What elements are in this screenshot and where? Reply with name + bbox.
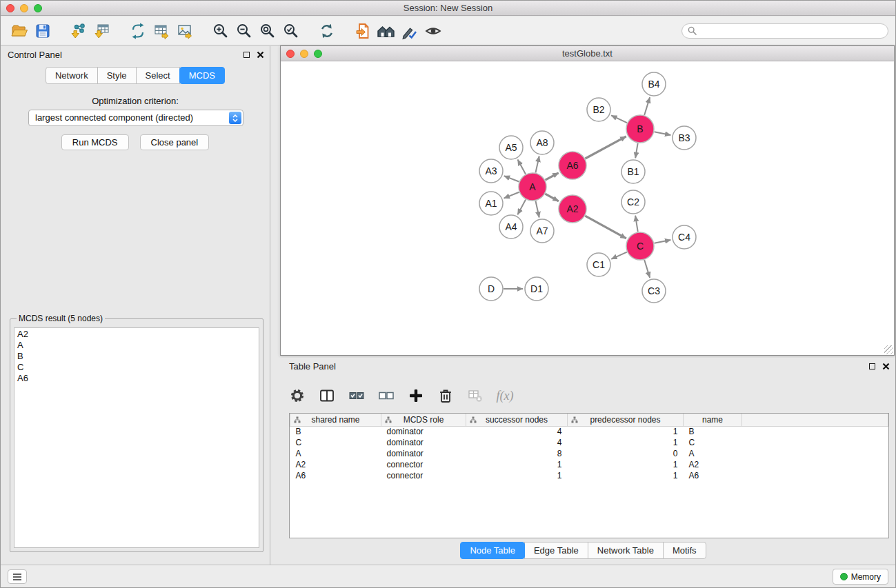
network-close-button[interactable] — [286, 50, 295, 58]
zoom-fit-button[interactable] — [256, 19, 279, 43]
table-row[interactable]: Adominator 80 A — [290, 448, 888, 459]
tab-select[interactable]: Select — [136, 67, 180, 84]
table-settings-button[interactable] — [288, 386, 307, 405]
close-panel-button[interactable]: Close panel — [140, 134, 210, 150]
run-mcds-button[interactable]: Run MCDS — [61, 134, 129, 150]
graph-edge-A-A7[interactable] — [535, 201, 539, 218]
graph-edge-A6-B[interactable] — [585, 136, 626, 159]
mcds-result-list[interactable]: A2 A B C A6 — [14, 327, 259, 548]
graph-edge-A2-C[interactable] — [585, 216, 626, 239]
tab-style[interactable]: Style — [97, 67, 137, 84]
export-document-button[interactable] — [351, 19, 375, 43]
zoom-selected-icon — [282, 22, 300, 40]
trash-icon — [437, 387, 454, 404]
graph-edge-A-A3[interactable] — [504, 176, 519, 181]
tab-network-table[interactable]: Network Table — [588, 542, 664, 559]
zoom-window-button[interactable] — [34, 4, 42, 12]
minimize-window-button[interactable] — [20, 4, 28, 12]
graph-node-label: A3 — [485, 165, 497, 176]
graph-edge-B-B2[interactable] — [611, 115, 627, 123]
tab-network[interactable]: Network — [46, 67, 98, 84]
column-header-mcds-role[interactable]: MCDS role — [381, 414, 466, 426]
graph-edge-A-A6[interactable] — [546, 173, 559, 180]
import-table-icon — [93, 22, 111, 40]
graph-edge-B-B3[interactable] — [655, 132, 671, 135]
graph-edge-A-A2[interactable] — [545, 194, 558, 201]
style-brush-icon — [401, 22, 419, 40]
mcds-result-fieldset: MCDS result (5 nodes) A2 A B C A6 — [10, 314, 263, 552]
float-table-panel-icon[interactable] — [869, 363, 875, 369]
network-zoom-button[interactable] — [314, 50, 322, 58]
mcds-result-item[interactable]: C — [17, 362, 256, 373]
column-header-name[interactable]: name — [684, 414, 742, 426]
network-window-titlebar[interactable]: testGlobe.txt — [281, 46, 894, 61]
table-row[interactable]: Bdominator 41 B — [290, 426, 888, 437]
graph-node-label: B3 — [678, 132, 690, 143]
deselect-all-rows-button[interactable] — [377, 386, 396, 405]
table-row[interactable]: Cdominator 41 C — [290, 437, 888, 448]
export-table-button[interactable] — [150, 19, 173, 43]
float-panel-icon[interactable] — [243, 52, 250, 58]
mcds-result-item[interactable]: A6 — [17, 373, 256, 384]
zoom-selected-button[interactable] — [279, 19, 303, 43]
mcds-result-item[interactable]: A2 — [17, 329, 256, 340]
add-column-button[interactable] — [406, 386, 426, 405]
refresh-button[interactable] — [315, 19, 339, 43]
zoom-fit-icon — [259, 22, 277, 40]
tab-edge-table[interactable]: Edge Table — [524, 542, 588, 559]
tab-node-table[interactable]: Node Table — [460, 542, 525, 559]
tab-motifs[interactable]: Motifs — [663, 542, 706, 559]
network-minimize-button[interactable] — [300, 50, 308, 58]
deselect-all-icon — [378, 387, 395, 404]
graph-edge-C-C4[interactable] — [655, 240, 671, 243]
mcds-result-item[interactable]: B — [17, 351, 256, 362]
task-history-button[interactable] — [8, 569, 27, 584]
close-table-panel-icon[interactable] — [882, 363, 890, 370]
table-row[interactable]: A6connector 11 A6 — [290, 470, 888, 481]
window-resize-handle[interactable] — [884, 345, 893, 354]
home-button[interactable] — [375, 19, 398, 43]
tab-mcds[interactable]: MCDS — [179, 67, 225, 84]
delete-column-button[interactable] — [436, 386, 455, 405]
graph-edge-C-C2[interactable] — [635, 216, 638, 232]
search-input[interactable] — [699, 26, 882, 36]
graph-edge-A-A4[interactable] — [517, 200, 526, 215]
function-builder-button-disabled: f(x) — [495, 386, 515, 405]
column-header-predecessor-nodes[interactable]: predecessor nodes — [568, 414, 684, 426]
export-image-button[interactable] — [173, 19, 197, 43]
network-graph[interactable]: B4B2BB3A5A8A6B1A3AC2A1A2A4A7C4CC1C3DD1 — [281, 62, 894, 355]
open-session-button[interactable] — [8, 19, 31, 43]
table-row[interactable]: A2connector 11 A2 — [290, 459, 888, 470]
graph-edge-A-A8[interactable] — [535, 156, 539, 173]
export-network-button[interactable] — [126, 19, 150, 43]
graph-edge-A-A1[interactable] — [504, 192, 519, 199]
table-panel-tabs: Node Table Edge Table Network Table Moti… — [271, 542, 895, 559]
close-window-button[interactable] — [6, 4, 14, 12]
column-header-successor-nodes[interactable]: successor nodes — [466, 414, 568, 426]
network-canvas[interactable]: B4B2BB3A5A8A6B1A3AC2A1A2A4A7C4CC1C3DD1 — [281, 62, 894, 355]
graph-edge-B-B1[interactable] — [635, 143, 637, 159]
import-table-button[interactable] — [90, 19, 114, 43]
graph-node-label: A2 — [566, 203, 578, 214]
memory-button[interactable]: Memory — [833, 569, 888, 585]
save-session-button[interactable] — [31, 19, 54, 43]
criterion-dropdown[interactable]: largest connected component (directed) — [28, 110, 243, 126]
zoom-out-button[interactable] — [232, 19, 256, 43]
apply-style-button[interactable] — [398, 19, 421, 43]
zoom-in-button[interactable] — [209, 19, 232, 43]
search-box[interactable] — [681, 23, 888, 39]
mcds-result-item[interactable]: A — [17, 340, 256, 351]
close-panel-icon[interactable] — [257, 51, 264, 59]
memory-label: Memory — [851, 572, 881, 582]
show-hide-details-button[interactable] — [421, 19, 445, 43]
import-network-button[interactable] — [67, 19, 90, 43]
select-all-rows-button[interactable] — [347, 386, 366, 405]
column-header-shared-name[interactable]: shared name — [290, 414, 381, 426]
graph-edge-C-C3[interactable] — [644, 260, 650, 278]
graph-edge-B-B4[interactable] — [644, 97, 650, 115]
node-table-container[interactable]: shared name MCDS role successor nodes — [289, 413, 889, 538]
graph-node-label: C — [637, 241, 644, 252]
select-columns-button[interactable] — [317, 386, 337, 405]
graph-edge-C-C1[interactable] — [611, 252, 627, 259]
graph-edge-A-A5[interactable] — [518, 160, 526, 174]
